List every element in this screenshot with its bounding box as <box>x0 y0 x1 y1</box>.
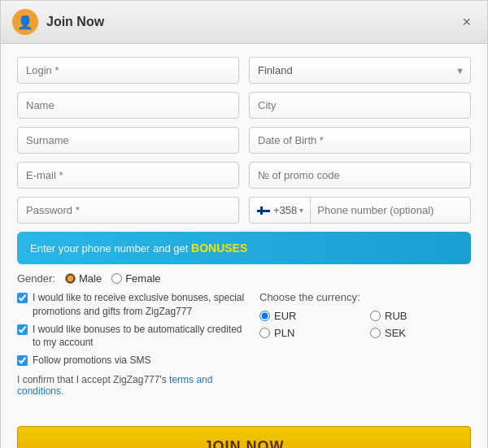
currency-rub-radio[interactable] <box>370 311 381 321</box>
email-input[interactable] <box>17 162 239 189</box>
join-now-button[interactable]: JOIN NOW <box>17 426 471 448</box>
form-row-5: +358 ▾ <box>17 197 471 224</box>
gender-male-option[interactable]: Male <box>65 272 102 285</box>
gender-female-radio[interactable] <box>111 273 122 284</box>
bottom-section: I would like to receive exclusive bonuse… <box>17 291 471 405</box>
password-input[interactable] <box>17 197 239 224</box>
bonus-banner: Enter your phone number and get BONUSES <box>17 232 471 264</box>
country-select[interactable]: Finland <box>249 57 471 84</box>
password-col <box>17 197 239 224</box>
currency-pln-option[interactable]: PLN <box>259 327 360 339</box>
phone-dropdown-icon: ▾ <box>299 206 303 215</box>
dob-input[interactable] <box>249 127 471 154</box>
city-input[interactable] <box>249 92 471 119</box>
terms-prefix: I confirm that I accept ZigZag777's <box>17 374 169 385</box>
checkbox-auto-credit[interactable] <box>17 324 28 335</box>
dob-col <box>249 127 471 154</box>
user-avatar-icon: 👤 <box>12 9 38 35</box>
currency-rub-option[interactable]: RUB <box>370 310 471 322</box>
form-row-4 <box>17 162 471 189</box>
login-input[interactable] <box>17 57 239 84</box>
gender-male-label: Male <box>79 272 102 285</box>
currency-eur-radio[interactable] <box>259 311 270 321</box>
modal-container: 👤 Join Now × Finland ▼ <box>0 0 488 448</box>
form-row-2 <box>17 92 471 119</box>
gender-female-label: Female <box>125 272 160 285</box>
currency-eur-option[interactable]: EUR <box>259 310 360 322</box>
modal-footer: JOIN NOW <box>1 418 487 448</box>
surname-col <box>17 127 239 154</box>
currency-pln-radio[interactable] <box>259 328 270 338</box>
finland-flag-icon <box>256 206 271 215</box>
name-col <box>17 92 239 119</box>
currency-grid: EUR RUB PLN SEK <box>259 310 471 339</box>
checkbox-bonuses-label: I would like to receive exclusive bonuse… <box>33 291 250 319</box>
country-select-wrapper: Finland ▼ <box>249 57 471 84</box>
checkbox-sms-label: Follow promotions via SMS <box>33 354 150 368</box>
checkbox-row-2: I would like bonuses to be automatically… <box>17 323 250 350</box>
phone-code-label: +358 <box>273 204 297 216</box>
phone-input[interactable] <box>311 198 470 223</box>
currency-sek-option[interactable]: SEK <box>370 327 471 339</box>
currency-section: Choose the currency: EUR RUB PLN <box>259 291 471 339</box>
checkbox-row-1: I would like to receive exclusive bonuse… <box>17 291 250 319</box>
phone-row: +358 ▾ <box>249 197 471 224</box>
currency-eur-label: EUR <box>274 310 296 322</box>
promo-col <box>249 162 471 189</box>
modal-body: Finland ▼ <box>1 44 487 418</box>
gender-female-option[interactable]: Female <box>111 272 160 285</box>
modal-title: Join Now <box>46 15 449 29</box>
currency-pln-label: PLN <box>274 327 294 339</box>
phone-flag-selector[interactable]: +358 ▾ <box>250 198 311 223</box>
currency-sek-label: SEK <box>385 327 406 339</box>
currency-label: Choose the currency: <box>259 291 471 303</box>
email-col <box>17 162 239 189</box>
city-col <box>249 92 471 119</box>
form-row-3 <box>17 127 471 154</box>
gender-label: Gender: <box>17 272 55 285</box>
checkbox-auto-credit-label: I would like bonuses to be automatically… <box>33 323 250 350</box>
gender-row: Gender: Male Female <box>17 272 471 285</box>
login-col <box>17 57 239 84</box>
phone-col: +358 ▾ <box>249 197 471 224</box>
modal-header: 👤 Join Now × <box>1 1 487 44</box>
currency-rub-label: RUB <box>385 310 407 322</box>
form-area: Finland ▼ <box>17 57 471 264</box>
form-row-1: Finland ▼ <box>17 57 471 84</box>
name-input[interactable] <box>17 92 239 119</box>
gender-male-radio[interactable] <box>65 273 76 284</box>
promo-input[interactable] <box>249 162 471 189</box>
bonus-highlight: BONUSES <box>191 241 247 254</box>
country-col: Finland ▼ <box>249 57 471 84</box>
checkbox-sms[interactable] <box>17 355 28 366</box>
currency-sek-radio[interactable] <box>370 328 381 338</box>
left-bottom: I would like to receive exclusive bonuse… <box>17 291 250 405</box>
checkboxes-section: I would like to receive exclusive bonuse… <box>17 291 250 368</box>
bonus-banner-text: Enter your phone number and get BONUSES <box>30 241 458 254</box>
checkbox-row-3: Follow promotions via SMS <box>17 354 250 368</box>
terms-row: I confirm that I accept ZigZag777's term… <box>17 374 250 397</box>
right-bottom: Choose the currency: EUR RUB PLN <box>259 291 471 405</box>
close-button[interactable]: × <box>457 13 476 31</box>
surname-input[interactable] <box>17 127 239 154</box>
checkbox-bonuses[interactable] <box>17 293 28 303</box>
